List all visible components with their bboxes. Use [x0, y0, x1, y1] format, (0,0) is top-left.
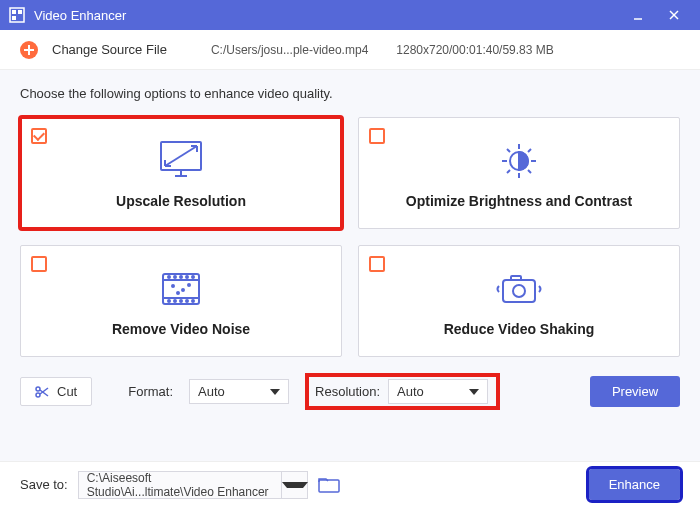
brightness-icon — [491, 137, 547, 185]
option-upscale-resolution[interactable]: Upscale Resolution — [20, 117, 342, 229]
cut-button[interactable]: Cut — [20, 377, 92, 406]
folder-icon[interactable] — [318, 477, 340, 493]
option-reduce-shaking[interactable]: Reduce Video Shaking — [358, 245, 680, 357]
resolution-value: Auto — [397, 384, 424, 399]
app-icon — [8, 6, 26, 24]
svg-point-35 — [188, 284, 190, 286]
format-value: Auto — [198, 384, 225, 399]
resolution-label: Resolution: — [315, 384, 380, 399]
checkbox-noise[interactable] — [31, 256, 47, 272]
option-label: Remove Video Noise — [112, 321, 250, 337]
svg-point-30 — [180, 300, 182, 302]
bottom-bar: Save to: C:\Aiseesoft Studio\Ai...ltimat… — [0, 461, 700, 507]
svg-line-19 — [507, 170, 510, 173]
svg-line-18 — [528, 149, 531, 152]
svg-line-8 — [165, 146, 197, 166]
preview-button[interactable]: Preview — [590, 376, 680, 407]
svg-point-38 — [513, 285, 525, 297]
option-label: Upscale Resolution — [116, 193, 246, 209]
source-bar: Change Source File C:/Users/josu...ple-v… — [0, 30, 700, 70]
window-title: Video Enhancer — [34, 8, 126, 23]
svg-point-24 — [174, 276, 176, 278]
instruction-text: Choose the following options to enhance … — [20, 86, 680, 101]
source-fileinfo: 1280x720/00:01:40/59.83 MB — [396, 43, 553, 57]
option-label: Optimize Brightness and Contrast — [406, 193, 632, 209]
enhance-button[interactable]: Enhance — [589, 469, 680, 500]
svg-point-33 — [172, 285, 174, 287]
svg-point-32 — [192, 300, 194, 302]
svg-point-25 — [180, 276, 182, 278]
format-label: Format: — [128, 384, 173, 399]
checkbox-brightness[interactable] — [369, 128, 385, 144]
option-brightness-contrast[interactable]: Optimize Brightness and Contrast — [358, 117, 680, 229]
cut-label: Cut — [57, 384, 77, 399]
add-icon[interactable] — [20, 41, 38, 59]
resolution-select[interactable]: Auto — [388, 379, 488, 404]
svg-point-28 — [168, 300, 170, 302]
svg-line-16 — [507, 149, 510, 152]
svg-point-31 — [186, 300, 188, 302]
svg-rect-2 — [18, 10, 22, 14]
shake-icon — [491, 265, 547, 313]
option-remove-noise[interactable]: Remove Video Noise — [20, 245, 342, 357]
svg-line-17 — [528, 170, 531, 173]
source-filepath: C:/Users/josu...ple-video.mp4 — [211, 43, 368, 57]
svg-point-41 — [36, 393, 40, 397]
minimize-button[interactable] — [620, 0, 656, 30]
saveto-label: Save to: — [20, 477, 68, 492]
checkbox-shake[interactable] — [369, 256, 385, 272]
chevron-down-icon — [270, 389, 280, 395]
svg-point-23 — [168, 276, 170, 278]
close-button[interactable] — [656, 0, 692, 30]
svg-rect-44 — [319, 480, 339, 492]
svg-rect-1 — [12, 10, 16, 14]
chevron-down-icon — [469, 389, 479, 395]
svg-point-29 — [174, 300, 176, 302]
svg-point-34 — [182, 289, 184, 291]
option-label: Reduce Video Shaking — [444, 321, 595, 337]
svg-point-36 — [177, 292, 179, 294]
change-source-link[interactable]: Change Source File — [52, 42, 167, 57]
svg-rect-3 — [12, 16, 16, 20]
svg-point-40 — [36, 387, 40, 391]
chevron-down-icon — [282, 482, 308, 488]
saveto-path-box[interactable]: C:\Aiseesoft Studio\Ai...ltimate\Video E… — [78, 471, 308, 499]
titlebar: Video Enhancer — [0, 0, 700, 30]
checkbox-upscale[interactable] — [31, 128, 47, 144]
saveto-dropdown[interactable] — [281, 472, 307, 498]
svg-rect-37 — [503, 280, 535, 302]
svg-rect-39 — [511, 276, 521, 280]
svg-point-26 — [186, 276, 188, 278]
svg-point-27 — [192, 276, 194, 278]
scissors-icon — [35, 385, 49, 399]
noise-icon — [153, 265, 209, 313]
format-select[interactable]: Auto — [189, 379, 289, 404]
saveto-path: C:\Aiseesoft Studio\Ai...ltimate\Video E… — [79, 471, 281, 499]
upscale-icon — [153, 137, 209, 185]
